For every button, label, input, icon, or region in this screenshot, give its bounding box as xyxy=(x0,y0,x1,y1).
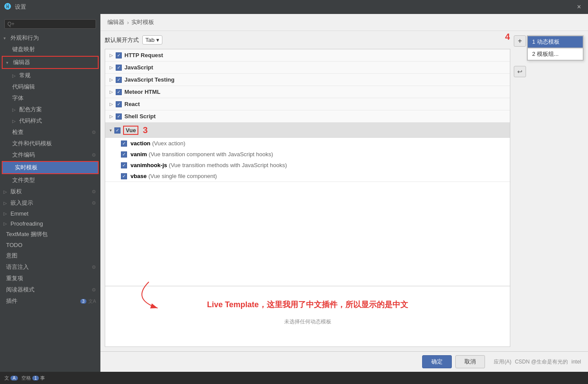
taskbar-text-icon: 文 xyxy=(4,375,9,381)
close-button[interactable]: × xyxy=(574,2,584,12)
template-group-header-js-testing[interactable]: ▷ ✓ JavaScript Testing xyxy=(105,74,510,86)
sidebar: ▾ 外观和行为 键盘映射 ▾ 编辑器 1 ▷ 常规 代码编辑 xyxy=(0,14,100,372)
sidebar-item-file-type[interactable]: 文件类型 xyxy=(0,175,100,186)
taskbar-event-label: 空格 xyxy=(21,375,31,381)
sidebar-search-input[interactable] xyxy=(4,19,96,29)
sidebar-item-inlay-hints[interactable]: ▷ 嵌入提示 ⚙ xyxy=(0,197,100,209)
right-panel: 编辑器 › 实时模板 默认展开方式 Tab ▾ xyxy=(100,14,588,372)
sidebar-item-label: 阅读器模式 xyxy=(6,286,92,294)
breadcrumb-part-1: 编辑器 xyxy=(107,18,124,26)
chevron-icon: ▷ xyxy=(3,211,10,216)
sidebar-item-font[interactable]: 字体 xyxy=(0,93,100,104)
sidebar-item-inspection[interactable]: 检查 ⚙ xyxy=(0,127,100,138)
sidebar-item-copyright[interactable]: ▷ 版权 ⚙ xyxy=(0,186,100,197)
group-checkbox-http[interactable]: ✓ xyxy=(116,52,122,58)
footer-hint-intel: intel xyxy=(571,359,581,365)
sidebar-item-color-scheme[interactable]: ▷ 配色方案 xyxy=(0,104,100,115)
group-checkbox-js[interactable]: ✓ xyxy=(116,65,122,71)
template-item-vaction[interactable]: ✓ vaction (Vuex action) xyxy=(105,138,510,149)
template-group-header-react[interactable]: ▷ ✓ React xyxy=(105,98,510,110)
templates-list: ▷ ✓ HTTP Request ▷ ✓ JavaScript xyxy=(105,49,510,286)
sidebar-item-file-code-template[interactable]: 文件和代码模板 xyxy=(0,138,100,149)
template-group-header-shell[interactable]: ▷ ✓ Shell Script xyxy=(105,110,510,122)
sidebar-item-code-editing[interactable]: 代码编辑 xyxy=(0,81,100,93)
template-item-vanim[interactable]: ✓ vanim (Vue transition component with J… xyxy=(105,149,510,160)
group-checkbox-meteor[interactable]: ✓ xyxy=(116,89,122,95)
sidebar-item-lang-inject[interactable]: 语言注入 ⚙ xyxy=(0,261,100,273)
flag-icon: A xyxy=(93,298,96,304)
expand-mode-label: 默认展开方式 xyxy=(105,36,139,44)
chevron-icon: ▷ xyxy=(12,107,18,112)
apply-button[interactable]: 应用(A) xyxy=(494,358,511,366)
sidebar-item-file-encoding[interactable]: 文件编码 ⚙ xyxy=(0,149,100,161)
templates-container: 默认展开方式 Tab ▾ ▷ ✓ HTTP R xyxy=(105,35,510,347)
sidebar-item-label: 意图 xyxy=(6,252,96,260)
template-group-header-vue[interactable]: ▾ ✓ Vue 3 xyxy=(105,123,510,138)
chevron-icon: ▷ xyxy=(3,221,10,226)
item-name-vaction: vaction xyxy=(131,140,151,147)
add-template-button[interactable]: + xyxy=(514,35,526,47)
template-group-meteor: ▷ ✓ Meteor HTML xyxy=(105,86,510,98)
dropdown-item-template-group[interactable]: 2 模板组... xyxy=(527,48,583,60)
expand-mode-select[interactable]: Tab ▾ xyxy=(142,35,162,45)
cancel-button[interactable]: 取消 xyxy=(455,355,485,368)
config-icon: ⚙ xyxy=(92,152,96,158)
sidebar-item-label: TODO xyxy=(6,242,96,248)
item-checkbox-vaction[interactable]: ✓ xyxy=(121,141,127,147)
sidebar-item-appearance[interactable]: ▾ 外观和行为 xyxy=(0,32,100,44)
expand-arrow-icon: ▾ xyxy=(110,128,112,133)
template-group-header-js[interactable]: ▷ ✓ JavaScript xyxy=(105,62,510,73)
sidebar-item-repeated[interactable]: 重复项 xyxy=(0,273,100,284)
sidebar-item-reader-mode[interactable]: 阅读器模式 ⚙ xyxy=(0,284,100,295)
title-bar: 🅦 设置 × xyxy=(0,0,588,14)
sidebar-item-proofreading[interactable]: ▷ Proofreading xyxy=(0,219,100,229)
sidebar-item-label: Proofreading xyxy=(10,220,96,227)
sidebar-item-live-template[interactable]: 实时模板 xyxy=(2,161,99,174)
sidebar-item-general[interactable]: ▷ 常规 xyxy=(0,70,100,81)
sidebar-item-textmate[interactable]: TextMate 捆绑包 xyxy=(0,229,100,240)
sidebar-item-label: 代码编辑 xyxy=(12,83,96,91)
expand-mode-bar: 默认展开方式 Tab ▾ xyxy=(105,35,510,45)
sidebar-item-diagrams[interactable]: 意图 xyxy=(0,250,100,261)
breadcrumb-separator: › xyxy=(127,19,129,26)
sidebar-item-keymap[interactable]: 键盘映射 xyxy=(0,44,100,55)
sidebar-item-emmet[interactable]: ▷ Emmet xyxy=(0,209,100,219)
sidebar-item-code-style[interactable]: ▷ 代码样式 xyxy=(0,115,100,127)
badge-icon: 3 xyxy=(80,299,86,304)
confirm-button[interactable]: 确定 xyxy=(422,355,452,368)
item-checkbox-vbase[interactable]: ✓ xyxy=(121,173,127,179)
sidebar-item-editor[interactable]: ▾ 编辑器 xyxy=(2,56,99,69)
config-icon: ⚙ xyxy=(92,287,96,293)
sidebar-search-area xyxy=(0,17,100,32)
template-group-react: ▷ ✓ React xyxy=(105,98,510,110)
undo-button[interactable]: ↩ xyxy=(514,66,526,77)
config-icon: ⚙ xyxy=(92,200,96,206)
annotation-3: 3 xyxy=(143,125,148,135)
item-name-vbase: vbase xyxy=(131,173,147,179)
group-checkbox-js-testing[interactable]: ✓ xyxy=(116,77,122,83)
title-text: 设置 xyxy=(15,3,574,11)
item-checkbox-vanim[interactable]: ✓ xyxy=(121,151,127,158)
sidebar-item-label: 检查 xyxy=(12,128,92,136)
template-item-vanimhook[interactable]: ✓ vanimhook-js (Vue transition methods w… xyxy=(105,160,510,171)
group-name-react: React xyxy=(124,101,140,107)
item-checkbox-vanimhook[interactable]: ✓ xyxy=(121,162,127,168)
template-group-header-meteor[interactable]: ▷ ✓ Meteor HTML xyxy=(105,86,510,98)
template-item-vbase[interactable]: ✓ vbase (Vue single file component) xyxy=(105,171,510,182)
group-checkbox-react[interactable]: ✓ xyxy=(116,101,122,107)
config-icon: 文 xyxy=(88,298,93,305)
annotation-big-text: Live Template，这里我用了中文插件，所以显示的是中文 xyxy=(105,295,510,315)
group-checkbox-shell[interactable]: ✓ xyxy=(116,113,122,120)
item-desc-vanim: (Vue transition component with JavaScrip… xyxy=(149,151,273,158)
sidebar-item-label: 字体 xyxy=(12,94,96,102)
status-text: 未选择任何动态模板 xyxy=(105,315,510,329)
dropdown-item-dynamic-template[interactable]: 1 动态模板 xyxy=(527,36,583,48)
template-group-header-http[interactable]: ▷ ✓ HTTP Request xyxy=(105,49,510,61)
sidebar-item-plugins[interactable]: 插件 3 文 A xyxy=(0,295,100,307)
group-checkbox-vue[interactable]: ✓ xyxy=(114,127,120,134)
settings-dialog: 🅦 设置 × ▾ 外观和行为 键盘映射 ▾ 编辑器 1 xyxy=(0,0,588,384)
expand-mode-value: Tab xyxy=(145,37,155,43)
sidebar-item-label: 配色方案 xyxy=(19,106,96,113)
expand-arrow-icon: ▷ xyxy=(110,114,113,119)
sidebar-item-todo[interactable]: TODO xyxy=(0,240,100,250)
